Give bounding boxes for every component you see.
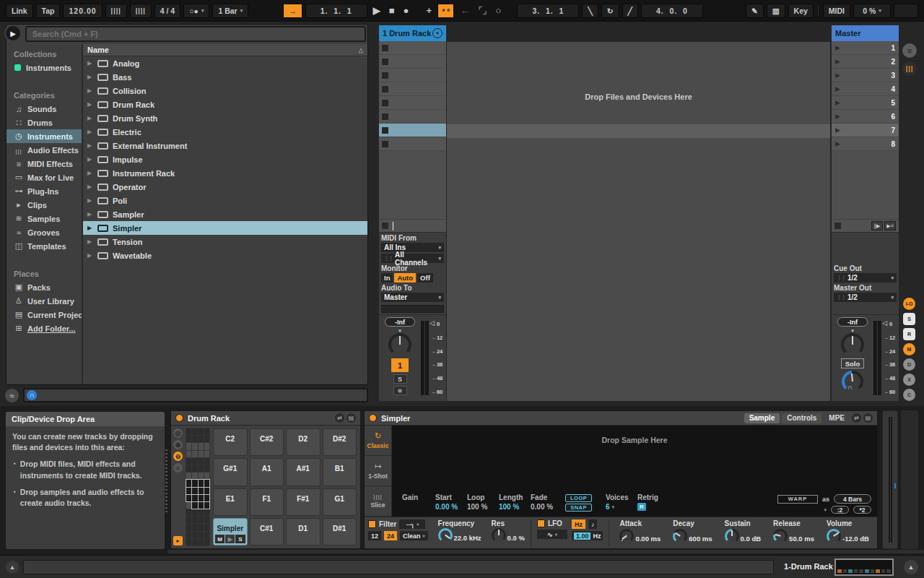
draw-mode-button[interactable]: ✎ [746,4,764,18]
warp-double-button[interactable]: *2 [853,506,871,514]
stop-all-clips-icon[interactable] [382,223,388,229]
tap-tempo-button[interactable]: Tap [36,4,61,18]
link-button[interactable]: Link [6,4,33,18]
mixer-section-toggle[interactable]: M [903,343,915,355]
macro-controls-icon[interactable]: ◎ [173,428,183,438]
scene-overview-button[interactable]: ≡ [902,43,917,58]
drum-p ad[interactable]: E1 M ▶ S [213,488,248,516]
info-view-toggle[interactable]: ▲ [6,561,19,574]
mixer-view-button[interactable]: ||| [902,61,917,76]
hot-swap-icon[interactable]: ⇄ [335,413,344,423]
clip-slot[interactable] [379,69,446,82]
save-preset-icon[interactable]: ▤ [346,413,356,423]
lfo-wave-select[interactable]: ∿▾ [537,530,567,539]
mode-one-shot[interactable]: ↦ 1-Shot [365,456,392,486]
stop-button[interactable]: ■ [386,5,398,16]
mixer-section-toggle[interactable]: C [903,389,915,401]
scene-play-icon[interactable]: ▶ [835,44,840,51]
drum-p ad[interactable]: D#2 M ▶ S [323,428,357,456]
nudge-down-button[interactable]: |||| [105,4,127,18]
pad-solo-button[interactable]: S [235,535,245,543]
session-record-button[interactable]: ○ [493,5,505,16]
cue-out-select[interactable]: ⋮⋮1/2▾ [834,273,897,282]
sample-display[interactable]: Drop Sample Here Gain Start 0.00 % [392,426,877,517]
loop-param[interactable]: Loop 100 % [467,493,500,511]
filter-slope-24-button[interactable]: 24 [384,531,397,540]
scene-slot[interactable]: ▶ 6 [832,110,899,124]
envelope-knob[interactable] [619,529,634,543]
tempo-field[interactable]: 120.00 [63,4,102,18]
master-header[interactable]: Master [832,25,899,41]
scene-slot[interactable]: ▶ 8 [832,137,899,151]
clip-slot[interactable] [379,110,446,124]
midi-map-button[interactable]: MIDI [823,4,850,18]
follow-button[interactable]: → [283,4,302,18]
scene-play-icon[interactable]: ▶ [835,85,840,92]
retrig-button[interactable]: R [637,503,646,511]
audio-to-select[interactable]: Master▾ [381,293,444,302]
solo-button[interactable]: S [393,374,407,384]
drum-p ad[interactable]: C2 M ▶ S [213,428,248,456]
device-scroll-area[interactable] [901,410,918,549]
monitor-in-button[interactable]: In [381,273,393,282]
lfo-rate-field[interactable]: 1.00Hz [572,531,603,540]
device-view-toggle[interactable]: ▲ [904,560,918,574]
track-stop-row[interactable] [379,219,446,233]
scene-slot[interactable]: ▶ 2 [832,55,899,69]
retrig-param[interactable]: Retrig R [637,493,671,511]
show-chains-icon[interactable]: ⊕ [173,440,183,449]
drum-p ad[interactable]: A#1 M ▶ S [286,458,321,486]
track-header[interactable]: 1 Drum Rack ▼ [379,25,446,41]
io-overview-icon[interactable]: ▸ [173,536,183,545]
scene-play-icon[interactable]: ▶ [835,140,840,147]
scene-play-icon[interactable]: ▶ [835,126,840,134]
length-param[interactable]: Length 100 % [499,493,532,511]
scene-play-icon[interactable]: ▶ [835,113,840,120]
master-solo-button[interactable]: Solo [841,358,864,368]
hot-swap-icon[interactable]: ⇄ [852,413,861,423]
session-grid-area[interactable]: Drop Files and Devices Here [447,42,830,401]
midi-channel-select[interactable]: ⋮⋮All Channels▾ [381,254,444,263]
cpu-meter[interactable]: 0 %▾ [853,4,891,18]
pan-knob[interactable] [388,333,411,356]
drum-p ad[interactable]: C#1 M ▶ S [250,518,284,545]
pad-play-button[interactable]: ▶ [225,535,235,543]
drum-p ad[interactable]: F#1 M ▶ S [286,488,321,516]
warp-length-button[interactable]: 4 Bars [834,494,871,504]
clip-slot[interactable] [379,82,446,96]
envelope-knob[interactable] [725,529,739,543]
mode-slice[interactable]: |||| Slice [365,486,392,517]
tab-mpe[interactable]: MPE [824,413,850,423]
envelope-knob[interactable] [773,529,788,543]
record-button[interactable]: ● [401,5,412,16]
arm-button[interactable]: ◉ [393,386,407,395]
clip-stop-icon[interactable] [382,100,388,106]
snap-button[interactable]: SNAP [565,504,592,512]
overdub-button[interactable]: + [423,5,435,16]
key-map-button[interactable]: Key [788,4,814,18]
device-activator-led[interactable] [369,414,377,422]
master-stop-row[interactable]: ∥▶ ▶≡ [832,219,899,233]
filter-slope-12-button[interactable]: 12 [368,531,381,540]
re-enable-automation-button[interactable]: ← [457,5,472,16]
track-activator-button[interactable]: 1 [391,358,409,372]
lfo-hz-button[interactable]: Hz [572,519,585,529]
save-preset-icon[interactable]: ▤ [863,413,873,423]
clip-slot[interactable] [379,124,446,137]
master-out-select[interactable]: ⋮⋮1/2▾ [834,293,897,302]
scene-launch-icon[interactable]: ▶≡ [884,221,896,230]
scene-play-icon[interactable]: ▶ [835,99,840,106]
res-knob[interactable] [492,528,506,543]
drum-p ad[interactable]: D1 M ▶ S [286,518,321,545]
drum-p ad[interactable]: F1 M ▶ S [250,488,284,516]
device-horizontal-scrollbar[interactable] [167,550,924,553]
tab-sample[interactable]: Sample [744,413,780,423]
drum-p ad[interactable]: G#1 M ▶ S [213,458,248,486]
loop-on-button[interactable]: LOOP [565,494,592,502]
clip-stop-icon[interactable] [382,45,388,51]
filter-enable-checkbox[interactable] [368,520,376,528]
master-pan-knob[interactable] [841,333,864,356]
scene-slot[interactable]: ▶ 1 [832,41,899,55]
mode-classic[interactable]: ↻ Classic [365,426,392,456]
scene-slot[interactable]: ▶ 7 [832,124,899,137]
